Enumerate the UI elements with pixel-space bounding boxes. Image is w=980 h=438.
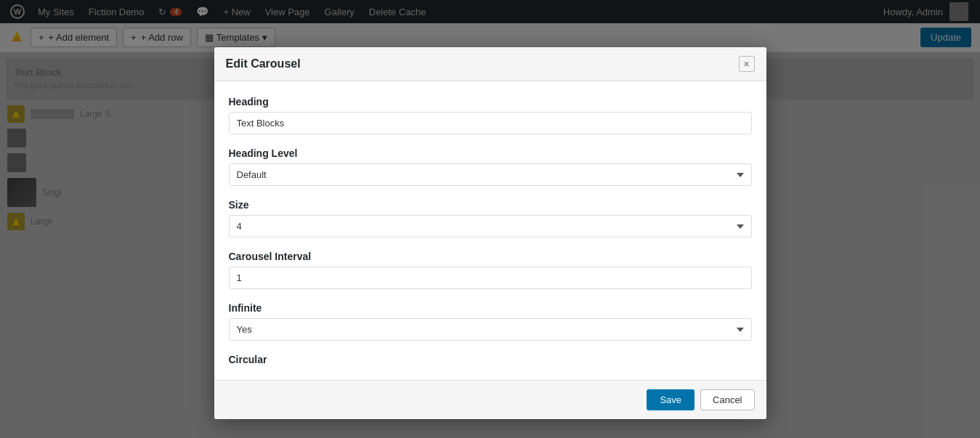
modal-close-button[interactable]: × [739, 56, 755, 72]
modal-body: Heading Heading Level Default H1H2H3 H4H… [214, 81, 766, 380]
circular-label: Circular [229, 354, 752, 365]
carousel-interval-field-group: Carousel Interval [229, 251, 752, 289]
save-button[interactable]: Save [647, 389, 694, 410]
size-field-group: Size 123 456 [229, 199, 752, 238]
infinite-select[interactable]: Yes No [229, 318, 752, 341]
save-label: Save [660, 394, 681, 405]
cancel-button[interactable]: Cancel [700, 389, 754, 410]
modal-footer: Save Cancel [214, 380, 766, 419]
size-select[interactable]: 123 456 [229, 215, 752, 238]
circular-field-group: Circular [229, 354, 752, 365]
cancel-label: Cancel [713, 394, 742, 405]
edit-carousel-modal: Edit Carousel × Heading Heading Level De… [214, 47, 766, 419]
carousel-interval-input[interactable] [229, 267, 752, 289]
modal-overlay: Edit Carousel × Heading Heading Level De… [0, 0, 980, 438]
infinite-label: Infinite [229, 302, 752, 314]
infinite-field-group: Infinite Yes No [229, 302, 752, 341]
heading-level-field-group: Heading Level Default H1H2H3 H4H5H6 [229, 147, 752, 186]
heading-field-group: Heading [229, 96, 752, 134]
heading-level-select[interactable]: Default H1H2H3 H4H5H6 [229, 163, 752, 186]
heading-level-label: Heading Level [229, 147, 752, 159]
heading-input[interactable] [229, 112, 752, 134]
modal-header: Edit Carousel × [214, 47, 766, 81]
heading-label: Heading [229, 96, 752, 108]
modal-title: Edit Carousel [226, 57, 301, 70]
carousel-interval-label: Carousel Interval [229, 251, 752, 262]
size-label: Size [229, 199, 752, 211]
close-icon: × [743, 58, 749, 70]
